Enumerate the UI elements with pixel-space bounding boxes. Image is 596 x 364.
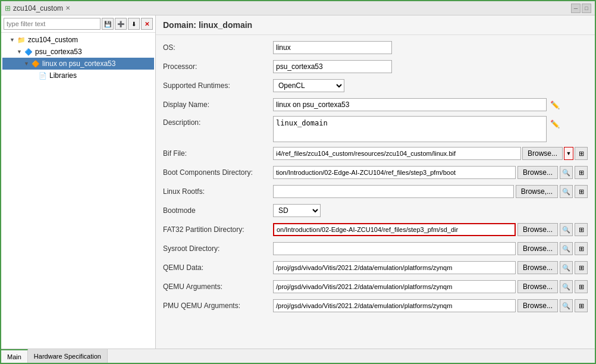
sysroot-dir-input[interactable]: [273, 242, 516, 255]
tree-label: psu_cortexa53: [35, 48, 82, 56]
fat32-partition-row: FAT32 Partition Directory: Browse... 🔍 ⊞: [163, 222, 588, 237]
qemu-data-control: Browse... 🔍 ⊞: [273, 261, 588, 274]
qemu-arguments-input[interactable]: [273, 280, 516, 293]
tree-label: Libraries: [49, 71, 77, 80]
bif-file-input[interactable]: [273, 147, 521, 160]
bif-file-extra-button[interactable]: ⊞: [575, 147, 588, 160]
qemu-arguments-search-button[interactable]: 🔍: [560, 280, 573, 293]
delete-filter-button[interactable]: ✕: [141, 18, 153, 30]
filter-bar: 💾 ➕ ⬇ ✕: [1, 15, 155, 33]
tab-hardware-specification[interactable]: Hardware Specification: [28, 349, 108, 363]
tree-item-zcu104-custom[interactable]: ▼ 📁 zcu104_custom: [2, 34, 154, 46]
os-control: [273, 41, 588, 54]
window-icon: ⊞: [5, 4, 11, 12]
os-input[interactable]: [273, 41, 392, 54]
maximize-button[interactable]: □: [582, 4, 591, 13]
boot-components-search-button[interactable]: 🔍: [560, 166, 573, 179]
processor-control: [273, 60, 588, 73]
qemu-data-label: QEMU Data:: [163, 263, 273, 272]
processor-input[interactable]: [273, 60, 392, 73]
qemu-data-search-button[interactable]: 🔍: [560, 261, 573, 274]
description-edit-button[interactable]: ✏️: [548, 117, 562, 130]
window-close-icon[interactable]: ✕: [65, 5, 70, 11]
supported-runtimes-select[interactable]: OpenCL: [273, 79, 344, 92]
linux-rootfs-extra-button[interactable]: ⊞: [575, 185, 588, 198]
form-area: OS: Processor: Supported Runtimes:: [156, 35, 595, 349]
tab-main[interactable]: Main: [1, 349, 28, 363]
filter-input[interactable]: [4, 18, 101, 30]
linux-rootfs-browse-button[interactable]: Browse,...: [516, 185, 558, 198]
supported-runtimes-label: Supported Runtimes:: [163, 81, 273, 90]
fat32-partition-extra-button[interactable]: ⊞: [575, 223, 588, 236]
bootmode-label: Bootmode: [163, 206, 273, 215]
display-name-control: ✏️: [273, 98, 588, 111]
domain-header: Domain: linux_domain: [156, 15, 595, 35]
sysroot-dir-row: Sysroot Directory: Browse... 🔍 ⊞: [163, 241, 588, 256]
bif-file-dropdown-button[interactable]: ▼: [564, 147, 573, 160]
description-control: linux_domain ✏️: [273, 116, 588, 142]
fat32-partition-input[interactable]: [273, 223, 516, 236]
description-textarea[interactable]: linux_domain: [273, 116, 547, 142]
fat32-partition-search-button[interactable]: 🔍: [560, 223, 573, 236]
window-title: zcu104_custom: [13, 4, 63, 12]
pmu-qemu-control: Browse... 🔍 ⊞: [273, 299, 588, 312]
qemu-data-browse-button[interactable]: Browse...: [517, 261, 558, 274]
tree-label: linux on psu_cortexa53: [42, 59, 115, 68]
title-bar: ⊞ zcu104_custom ✕ ─ □: [1, 1, 595, 15]
pmu-qemu-label: PMU QEMU Arguments:: [163, 302, 273, 310]
pmu-qemu-row: PMU QEMU Arguments: Browse... 🔍 ⊞: [163, 298, 588, 313]
bootmode-select[interactable]: SD: [273, 204, 321, 217]
boot-components-label: Boot Components Directory:: [163, 168, 273, 177]
description-label: Description:: [163, 116, 273, 127]
fat32-partition-browse-button[interactable]: Browse...: [517, 223, 558, 236]
display-name-input[interactable]: [273, 98, 547, 111]
tree-arrow: ▼: [10, 37, 15, 43]
import-filter-button[interactable]: ⬇: [128, 18, 140, 30]
pmu-qemu-search-button[interactable]: 🔍: [560, 299, 573, 312]
tree-arrow: ▼: [24, 61, 30, 67]
qemu-data-input[interactable]: [273, 261, 516, 274]
sysroot-dir-label: Sysroot Directory:: [163, 244, 273, 253]
bif-file-row: Bif File: Browse... ▼ ⊞: [163, 146, 588, 161]
folder-icon: 📁: [17, 35, 26, 45]
pmu-qemu-extra-button[interactable]: ⊞: [575, 299, 588, 312]
title-bar-controls: ─ □: [571, 4, 591, 13]
right-panel: Domain: linux_domain OS: Processor:: [156, 15, 595, 349]
linux-rootfs-control: Browse,... 🔍 ⊞: [273, 185, 588, 198]
bottom-tabs: Main Hardware Specification: [1, 349, 595, 363]
linux-rootfs-input[interactable]: [273, 185, 514, 198]
boot-components-browse-button[interactable]: Browse...: [517, 166, 558, 179]
display-name-row: Display Name: ✏️: [163, 97, 588, 112]
qemu-arguments-extra-button[interactable]: ⊞: [575, 280, 588, 293]
save-filter-button[interactable]: 💾: [102, 18, 114, 30]
boot-components-control: Browse... 🔍 ⊞: [273, 166, 588, 179]
tree-item-linux-domain[interactable]: ▼ 🔶 linux on psu_cortexa53: [2, 58, 154, 70]
tree: ▼ 📁 zcu104_custom ▼ 🔷 psu_cortexa53 ▼ 🔶 …: [1, 33, 155, 349]
tree-arrow: ▼: [17, 49, 23, 55]
qemu-data-extra-button[interactable]: ⊞: [575, 261, 588, 274]
sysroot-dir-search-button[interactable]: 🔍: [560, 242, 573, 255]
library-icon: 📄: [38, 71, 48, 80]
display-name-edit-button[interactable]: ✏️: [548, 98, 562, 111]
tree-item-libraries[interactable]: 📄 Libraries: [2, 70, 154, 81]
minimize-button[interactable]: ─: [571, 4, 581, 13]
sysroot-dir-extra-button[interactable]: ⊞: [575, 242, 588, 255]
qemu-arguments-control: Browse... 🔍 ⊞: [273, 280, 588, 293]
pmu-qemu-browse-button[interactable]: Browse...: [517, 299, 558, 312]
supported-runtimes-row: Supported Runtimes: OpenCL: [163, 78, 588, 93]
boot-components-extra-button[interactable]: ⊞: [575, 166, 588, 179]
bif-file-input-group: Browse... ▼ ⊞: [273, 147, 588, 160]
tree-item-psu-cortexa53[interactable]: ▼ 🔷 psu_cortexa53: [2, 46, 154, 58]
pmu-qemu-input[interactable]: [273, 299, 516, 312]
qemu-arguments-browse-button[interactable]: Browse...: [517, 280, 558, 293]
bootmode-control: SD: [273, 204, 588, 217]
supported-runtimes-control: OpenCL: [273, 79, 588, 92]
bif-file-browse-button[interactable]: Browse...: [522, 147, 563, 160]
title-bar-left: ⊞ zcu104_custom ✕: [5, 4, 70, 12]
boot-components-input[interactable]: [273, 166, 516, 179]
sysroot-dir-browse-button[interactable]: Browse...: [517, 242, 558, 255]
bif-file-label: Bif File:: [163, 149, 273, 158]
linux-rootfs-search-button[interactable]: 🔍: [560, 185, 573, 198]
fat32-partition-control: Browse... 🔍 ⊞: [273, 223, 588, 236]
add-filter-button[interactable]: ➕: [115, 18, 127, 30]
